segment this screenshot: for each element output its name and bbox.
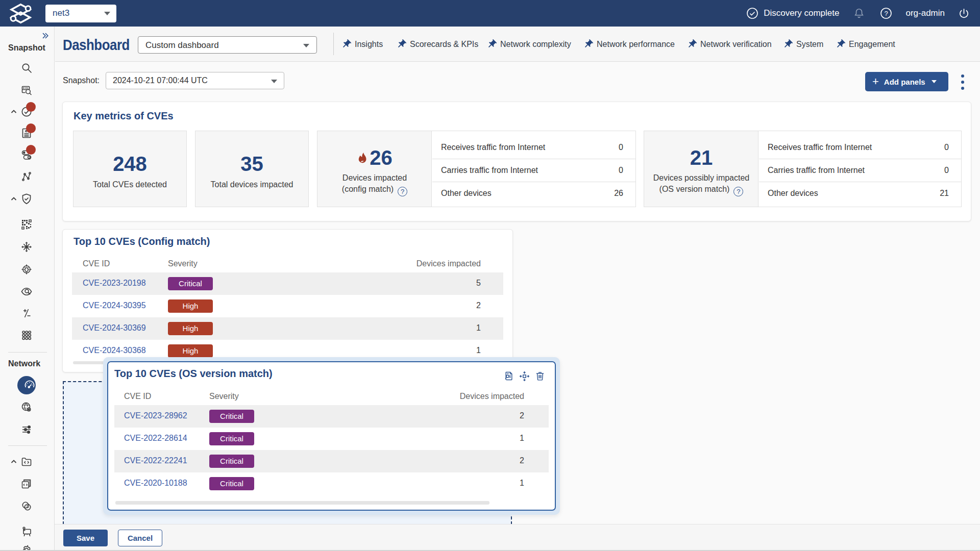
- svg-text:?: ?: [885, 10, 888, 17]
